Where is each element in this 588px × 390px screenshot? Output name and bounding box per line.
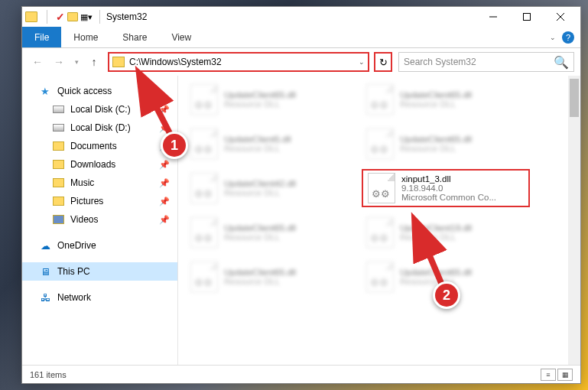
qat-check-icon[interactable]: ✓ (56, 11, 65, 23)
dll-icon: ⚙⚙ (366, 84, 394, 115)
gears-icon: ⚙⚙ (194, 277, 213, 288)
file-type: Resource DLL (400, 232, 472, 242)
search-box[interactable]: Search System32 🔍 (398, 52, 574, 72)
navigation-bar: ← → ▾ ↑ C:\Windows\System32 ⌄ ↻ Search S… (22, 48, 580, 76)
sidebar-item-documents[interactable]: Documents📌 (22, 137, 177, 155)
file-type: Resource DLL (400, 99, 472, 109)
file-name: UpdateClient65.dll (224, 90, 296, 99)
file-item[interactable]: ⚙⚙UpdateClient65.dllResource DLL (362, 125, 530, 163)
file-name: UpdateClient65.dll (224, 223, 296, 232)
pc-icon: 🖥 (39, 265, 51, 278)
pin-icon: 📌 (159, 197, 170, 206)
help-icon[interactable]: ? (562, 31, 574, 44)
file-item[interactable]: ⚙⚙UpdateClient42.dllResource DLL (186, 169, 354, 207)
view-details-button[interactable]: ≡ (541, 369, 556, 381)
body: ★ Quick access Local Disk (C:)📌 Local Di… (22, 76, 580, 365)
cloud-icon: ☁ (39, 239, 51, 252)
tab-home[interactable]: Home (61, 27, 110, 47)
window-title: System32 (106, 11, 147, 22)
view-tiles-button[interactable]: ▦ (557, 369, 573, 381)
file-name: UpdateClient65.dll (224, 268, 296, 277)
sidebar: ★ Quick access Local Disk (C:)📌 Local Di… (22, 76, 178, 365)
qat-folder-icon[interactable] (67, 12, 78, 21)
sidebar-item-label: Quick access (57, 86, 112, 96)
gears-icon: ⚙⚙ (370, 277, 388, 288)
folder-icon (53, 197, 64, 206)
status-bar: 161 items ≡ ▦ (22, 365, 580, 383)
sidebar-item-music[interactable]: Music📌 (22, 174, 177, 192)
address-folder-icon (112, 57, 125, 67)
qat-view-icon[interactable]: ▦▾ (80, 12, 93, 22)
file-pane[interactable]: ⚙⚙UpdateClient65.dllResource DLL⚙⚙Update… (178, 76, 580, 365)
app-icon (25, 11, 37, 22)
file-name: UpdateClient65.dll (400, 268, 472, 277)
recent-dropdown[interactable]: ▾ (71, 53, 82, 71)
tab-file[interactable]: File (22, 27, 61, 47)
dll-icon: ⚙⚙ (190, 128, 218, 159)
file-type: Resource DLL (224, 188, 296, 197)
file-item[interactable]: ⚙⚙UpdateClient65.dllResource DLL (362, 80, 530, 119)
pin-icon: 📌 (159, 105, 170, 115)
close-button[interactable] (544, 7, 577, 27)
gears-icon: ⚙⚙ (194, 144, 213, 155)
up-button[interactable]: ↑ (85, 53, 103, 71)
back-button[interactable]: ← (28, 53, 47, 71)
file-name: xinput1_3.dll (401, 174, 496, 184)
dll-icon: ⚙⚙ (190, 262, 218, 292)
close-icon (557, 13, 564, 21)
sidebar-quick-access[interactable]: ★ Quick access (22, 82, 177, 100)
file-name: UpdateClient19.dll (400, 223, 472, 232)
maximize-button[interactable] (510, 7, 544, 27)
refresh-button[interactable]: ↻ (374, 52, 392, 72)
sidebar-this-pc[interactable]: 🖥This PC (22, 262, 177, 281)
gears-icon: ⚙⚙ (194, 188, 213, 200)
sidebar-network[interactable]: 🖧Network (22, 288, 177, 307)
file-type: Resource DLL (224, 99, 296, 109)
tab-view[interactable]: View (159, 27, 203, 47)
file-version: 9.18.944.0 (401, 184, 496, 193)
address-dropdown-icon[interactable]: ⌄ (359, 58, 365, 66)
file-type: Resource DLL (224, 277, 296, 286)
scrollbar[interactable] (568, 76, 580, 365)
network-icon: 🖧 (39, 291, 51, 304)
file-name: UpdateClient65.dll (400, 135, 472, 144)
scroll-thumb[interactable] (570, 79, 579, 117)
sidebar-item-local-c[interactable]: Local Disk (C:)📌 (22, 100, 177, 119)
file-item[interactable]: ⚙⚙UpdateClient65.dllResource DLL (186, 258, 354, 296)
minimize-button[interactable] (476, 7, 510, 27)
file-item[interactable]: ⚙⚙xinput1_3.dll9.18.944.0Microsoft Commo… (362, 169, 530, 207)
file-type: Resource DLL (224, 232, 296, 242)
search-icon: 🔍 (554, 55, 569, 70)
sidebar-item-local-d[interactable]: Local Disk (D:)📌 (22, 119, 177, 137)
gears-icon: ⚙⚙ (370, 144, 388, 155)
pin-icon: 📌 (159, 141, 170, 151)
qat-buttons: ✓ ▦▾ (42, 10, 105, 24)
address-bar[interactable]: C:\Windows\System32 ⌄ (108, 52, 369, 72)
ribbon-expand-icon[interactable]: ⌄ (550, 34, 556, 41)
dll-icon: ⚙⚙ (368, 173, 395, 203)
forward-button[interactable]: → (50, 53, 68, 71)
tab-share[interactable]: Share (110, 27, 159, 47)
file-item[interactable]: ⚙⚙UpdateClient65.dllResource DLL (186, 213, 354, 252)
file-item[interactable]: ⚙⚙UpdateClient65.dllResource DLL (362, 258, 530, 296)
explorer-window: ✓ ▦▾ System32 File Home Share View ⌄ (21, 6, 581, 384)
file-item[interactable]: ⚙⚙UpdateClient65.dllResource DLL (186, 80, 354, 119)
sidebar-onedrive[interactable]: ☁OneDrive (22, 236, 177, 255)
file-type: Resource DLL (224, 144, 291, 153)
file-item[interactable]: ⚙⚙UpdateClient5.dllResource DLL (186, 125, 354, 163)
gears-icon: ⚙⚙ (370, 232, 388, 244)
file-type: Resource DLL (400, 144, 472, 153)
sidebar-item-pictures[interactable]: Pictures📌 (22, 192, 177, 210)
file-item[interactable]: ⚙⚙UpdateClient19.dllResource DLL (362, 213, 530, 252)
sidebar-item-downloads[interactable]: Downloads📌 (22, 155, 177, 174)
file-name: UpdateClient5.dll (224, 135, 291, 144)
folder-icon (53, 215, 64, 224)
sidebar-item-videos[interactable]: Videos📌 (22, 210, 177, 229)
dll-icon: ⚙⚙ (190, 217, 218, 248)
gears-icon: ⚙⚙ (370, 99, 388, 111)
dll-icon: ⚙⚙ (366, 128, 394, 159)
minimize-icon (489, 13, 497, 21)
file-name: UpdateClient65.dll (400, 90, 472, 99)
dll-icon: ⚙⚙ (366, 262, 394, 292)
maximize-icon (523, 13, 531, 21)
